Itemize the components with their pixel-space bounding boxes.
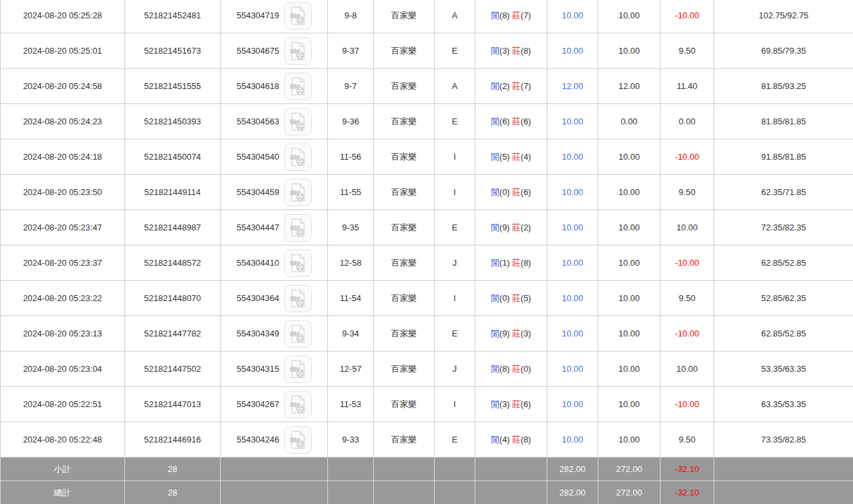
bet-id-cell: 521821450074 (125, 139, 221, 175)
bet-amount-link[interactable]: 10.00 (562, 258, 583, 268)
game-id-value: 554304315 (236, 364, 279, 374)
table-row: 2024-08-20 05:25:28 521821452481 5543047… (1, 0, 853, 33)
video-replay-icon (289, 324, 307, 344)
bet-amount-cell: 10.00 (547, 104, 598, 139)
video-replay-button[interactable] (284, 2, 312, 29)
subtotal-row: 小計 28 282.00 272.00 -32.10 (1, 458, 853, 481)
winloss-cell: 9.50 (661, 281, 714, 316)
banker-score: (6) (520, 399, 531, 409)
video-replay-button[interactable] (284, 320, 312, 348)
bet-amount-cell: 12.00 (547, 69, 598, 104)
game-type-cell: 百家樂 (374, 33, 435, 69)
table-round-cell: 11-56 (328, 139, 374, 175)
game-type-cell: 百家樂 (374, 0, 435, 33)
game-type-cell: 百家樂 (374, 387, 435, 422)
game-id-value: 554304246 (236, 435, 279, 444)
bet-id-cell: 521821446916 (125, 422, 221, 458)
bet-id-cell: 521821448572 (125, 245, 221, 281)
bet-amount-link[interactable]: 10.00 (562, 117, 583, 126)
bet-amount-link[interactable]: 10.00 (562, 364, 583, 374)
banker-score: (3) (520, 329, 531, 338)
bet-time-cell: 2024-08-20 05:25:28 (1, 0, 125, 33)
video-replay-button[interactable] (284, 391, 312, 418)
balance-cell: 63.35/53.35 (714, 387, 853, 422)
valid-amount-cell: 10.00 (598, 281, 661, 316)
bet-id-cell: 521821448070 (125, 281, 221, 316)
video-replay-button[interactable] (284, 179, 312, 206)
valid-amount-cell: 10.00 (598, 33, 661, 69)
video-replay-icon (289, 147, 307, 167)
bet-amount-link[interactable]: 10.00 (562, 223, 583, 232)
table-round-cell: 9-35 (328, 210, 374, 245)
bet-id-cell: 521821450393 (125, 104, 221, 139)
player-result-label: 閒 (491, 152, 499, 162)
bet-id-cell: 521821449114 (125, 175, 221, 210)
video-replay-button[interactable] (284, 214, 312, 242)
valid-amount-cell: 10.00 (598, 351, 661, 387)
game-id-cell: 554304267 (221, 387, 328, 422)
banker-score: (8) (520, 258, 531, 268)
banker-result-label: 莊 (512, 117, 520, 126)
bet-id-cell: 521821452481 (125, 0, 221, 33)
table-round-cell: 9-8 (328, 0, 374, 33)
bet-amount-link[interactable]: 10.00 (562, 329, 583, 338)
bet-amount-link[interactable]: 12.00 (562, 81, 583, 91)
player-result-label: 閒 (491, 329, 499, 338)
bet-amount-link[interactable]: 10.00 (562, 46, 583, 56)
bet-time-cell: 2024-08-20 05:25:01 (1, 33, 125, 69)
player-result-label: 閒 (491, 46, 499, 56)
bet-id-cell: 521821448987 (125, 210, 221, 245)
table-round-cell: 9-36 (328, 104, 374, 139)
video-replay-button[interactable] (284, 73, 312, 100)
player-score: (0) (499, 187, 510, 197)
bet-amount-link[interactable]: 10.00 (562, 293, 583, 303)
table-letter-cell: E (435, 316, 475, 351)
bet-amount-link[interactable]: 10.00 (562, 399, 583, 409)
player-result-label: 閒 (491, 117, 499, 126)
video-replay-button[interactable] (284, 143, 312, 171)
player-result-label: 閒 (491, 293, 499, 303)
winloss-cell: 10.00 (661, 210, 714, 245)
result-cell: 閒(0) 莊(6) (475, 175, 547, 210)
bet-amount-link[interactable]: 10.00 (562, 10, 583, 20)
bet-amount-cell: 10.00 (547, 281, 598, 316)
valid-amount-cell: 10.00 (598, 245, 661, 281)
result-cell: 閒(6) 莊(6) (475, 104, 547, 139)
table-letter-cell: E (435, 210, 475, 245)
bet-id-cell: 521821451555 (125, 69, 221, 104)
video-replay-button[interactable] (284, 37, 312, 65)
banker-result-label: 莊 (512, 258, 520, 268)
bet-amount-cell: 10.00 (547, 210, 598, 245)
bet-id-cell: 521821451673 (125, 33, 221, 69)
balance-cell: 72.35/82.35 (714, 210, 853, 245)
bet-amount-cell: 10.00 (547, 33, 598, 69)
video-replay-button[interactable] (284, 285, 312, 312)
bet-amount-link[interactable]: 10.00 (562, 187, 583, 197)
banker-result-label: 莊 (512, 399, 520, 409)
video-replay-button[interactable] (284, 249, 312, 277)
banker-score: (8) (520, 46, 531, 56)
bet-amount-link[interactable]: 10.00 (562, 152, 583, 162)
table-round-cell: 9-33 (328, 422, 374, 458)
banker-result-label: 莊 (512, 293, 520, 303)
valid-amount-cell: 0.00 (598, 104, 661, 139)
game-type-cell: 百家樂 (374, 104, 435, 139)
video-replay-button[interactable] (284, 355, 312, 383)
game-type-cell: 百家樂 (374, 210, 435, 245)
bet-id-cell: 521821447502 (125, 351, 221, 387)
winloss-cell: 9.50 (661, 33, 714, 69)
banker-score: (7) (520, 81, 531, 91)
video-replay-icon (289, 430, 307, 450)
table-round-cell: 11-55 (328, 175, 374, 210)
total-bet: 282.00 (547, 481, 598, 504)
result-cell: 閒(3) 莊(8) (475, 33, 547, 69)
game-id-cell: 554304719 (221, 0, 328, 33)
video-replay-button[interactable] (284, 108, 312, 135)
result-cell: 閒(9) 莊(2) (475, 210, 547, 245)
bet-amount-link[interactable]: 10.00 (562, 435, 583, 444)
valid-amount-cell: 12.00 (598, 69, 661, 104)
banker-result-label: 莊 (512, 223, 520, 232)
bet-amount-cell: 10.00 (547, 175, 598, 210)
table-letter-cell: E (435, 104, 475, 139)
video-replay-button[interactable] (284, 426, 312, 454)
